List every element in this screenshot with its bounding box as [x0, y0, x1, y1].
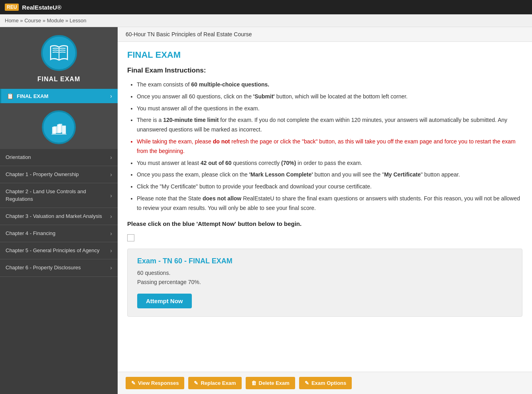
sidebar-item-ch4[interactable]: Chapter 4 - Financing ›: [0, 225, 118, 242]
course-title: 60-Hour TN Basic Principles of Real Esta…: [126, 31, 252, 37]
exam-options-button[interactable]: ✎ Exam Options: [299, 377, 352, 389]
final-exam-label: FINAL EXAM: [17, 93, 110, 99]
sidebar-item-ch1[interactable]: Chapter 1 - Property Ownership ›: [0, 166, 118, 183]
instruction-item-6: You must answer at least 42 out of 60 qu…: [137, 159, 522, 168]
open-book-icon: [49, 43, 69, 63]
sidebar-hero: FINAL EXAM: [0, 27, 118, 89]
chevron-right-icon: ›: [110, 230, 112, 237]
pencil-icon: ✎: [131, 380, 136, 386]
settings-icon: ✎: [305, 380, 309, 386]
sidebar-item-ch5[interactable]: Chapter 5 - General Principles of Agency…: [0, 242, 118, 259]
exam-card-title: Exam - TN 60 - FINAL EXAM: [137, 257, 512, 265]
sidebar-item-orientation-label: Orientation: [6, 154, 108, 161]
books-circle: [42, 110, 76, 144]
instruction-bold-7b: My Certificate: [384, 171, 421, 178]
sidebar-item-orientation[interactable]: Orientation ›: [0, 149, 118, 166]
sidebar-item-final-exam-active[interactable]: 📋 FINAL EXAM ›: [0, 89, 118, 103]
view-responses-label: View Responses: [138, 380, 179, 386]
checkbox-row: [127, 234, 522, 241]
book-icon-circle: [41, 35, 77, 71]
trash-icon: 🗑: [251, 380, 256, 386]
sidebar-item-ch4-label: Chapter 4 - Financing: [6, 230, 108, 237]
delete-exam-label: Delete Exam: [259, 380, 290, 386]
top-bar: REU RealEstateU®: [0, 0, 532, 14]
instruction-item-5: While taking the exam, please do not ref…: [137, 137, 522, 156]
attempt-now-button[interactable]: Attempt Now: [137, 294, 192, 308]
reu-badge: REU: [5, 4, 19, 11]
delete-exam-button[interactable]: 🗑 Delete Exam: [246, 377, 295, 389]
edit-icon: ✎: [194, 380, 198, 386]
breadcrumb-text: Home » Course » Module » Lesson: [5, 18, 87, 24]
svg-rect-2: [53, 126, 57, 133]
replace-exam-label: Replace Exam: [201, 380, 236, 386]
cta-message: Please click on the blue 'Attempt Now' b…: [127, 220, 522, 227]
app-title: RealEstateU®: [22, 4, 61, 11]
instruction-item-3: You must answer all of the questions in …: [137, 104, 522, 114]
instruction-item-9: Please note that the State does not allo…: [137, 194, 522, 213]
view-responses-button[interactable]: ✎ View Responses: [126, 377, 184, 389]
instruction-bold-2: 'Submit': [253, 93, 275, 100]
page-title: FINAL EXAM: [127, 50, 522, 60]
instruction-item-1: The exam consists of 60 multiple-choice …: [137, 80, 522, 90]
action-bar: ✎ View Responses ✎ Replace Exam 🗑 Delete…: [118, 372, 532, 394]
sidebar-item-ch1-label: Chapter 1 - Property Ownership: [6, 171, 108, 178]
chevron-right-icon: ›: [110, 93, 112, 99]
chevron-right-icon: ›: [110, 192, 112, 199]
replace-exam-button[interactable]: ✎ Replace Exam: [188, 377, 241, 389]
instruction-bold-6b: (70%): [281, 160, 296, 166]
instruction-item-2: Once you answer all 60 questions, click …: [137, 92, 522, 102]
course-header: 60-Hour TN Basic Principles of Real Esta…: [118, 27, 532, 42]
sidebar-item-ch3-label: Chapter 3 - Valuation and Market Analysi…: [6, 213, 108, 220]
sidebar-item-ch3[interactable]: Chapter 3 - Valuation and Market Analysi…: [0, 208, 118, 225]
sidebar-item-ch5-label: Chapter 5 - General Principles of Agency: [6, 247, 108, 254]
exam-card-meta: 60 questions. Passing percentage 70%.: [137, 269, 512, 288]
chevron-right-icon: ›: [110, 171, 112, 178]
chevron-right-icon: ›: [110, 213, 112, 220]
svg-rect-6: [51, 133, 67, 134]
svg-rect-4: [58, 123, 62, 132]
agree-checkbox[interactable]: [127, 234, 134, 241]
main-content: 60-Hour TN Basic Principles of Real Esta…: [118, 27, 532, 394]
instruction-item-4: There is a 120-minute time limit for the…: [137, 116, 522, 135]
exam-passing: Passing percentage 70%.: [137, 279, 201, 285]
instructions-heading: Final Exam Instructions:: [127, 67, 522, 74]
exam-options-label: Exam Options: [311, 380, 346, 386]
instruction-bold-6a: 42 out of 60: [201, 160, 232, 166]
clipboard-icon: 📋: [7, 93, 14, 99]
instruction-item-7: Once you pass the exam, please click on …: [137, 170, 522, 180]
content-area: FINAL EXAM Final Exam Instructions: The …: [118, 42, 532, 372]
exam-questions: 60 questions.: [137, 270, 170, 276]
chevron-right-icon: ›: [110, 247, 112, 254]
instruction-bold-5: do not: [213, 138, 230, 145]
instructions-list: The exam consists of 60 multiple-choice …: [127, 80, 522, 213]
sidebar-hero-title: FINAL EXAM: [37, 76, 80, 83]
svg-rect-5: [62, 125, 65, 133]
chevron-right-icon: ›: [110, 154, 112, 161]
sidebar-item-ch6[interactable]: Chapter 6 - Property Disclosures ›: [0, 259, 118, 276]
instruction-bold-4: 120-minute time limit: [163, 117, 219, 123]
sidebar-nav-list: Orientation › Chapter 1 - Property Owner…: [0, 149, 118, 277]
sidebar-item-ch6-label: Chapter 6 - Property Disclosures: [6, 264, 108, 271]
exam-card: Exam - TN 60 - FINAL EXAM 60 questions. …: [127, 249, 522, 317]
instruction-item-8: Click the "My Certificate" button to pro…: [137, 182, 522, 192]
instruction-bold-9: does not allow: [203, 195, 241, 202]
instruction-bold-7a: 'Mark Lesson Complete': [249, 171, 313, 178]
sidebar-item-ch2[interactable]: Chapter 2 - Land Use Controls and Regula…: [0, 183, 118, 208]
sidebar-books-section: [0, 103, 118, 149]
chevron-right-icon: ›: [110, 265, 112, 271]
breadcrumb: Home » Course » Module » Lesson: [0, 14, 532, 27]
sidebar-item-ch2-label: Chapter 2 - Land Use Controls and Regula…: [6, 188, 108, 202]
books-stack-icon: [49, 118, 69, 137]
instruction-bold-1: 60 multiple-choice questions.: [191, 81, 269, 88]
sidebar: FINAL EXAM 📋 FINAL EXAM ›: [0, 27, 118, 394]
main-layout: FINAL EXAM 📋 FINAL EXAM ›: [0, 27, 532, 394]
